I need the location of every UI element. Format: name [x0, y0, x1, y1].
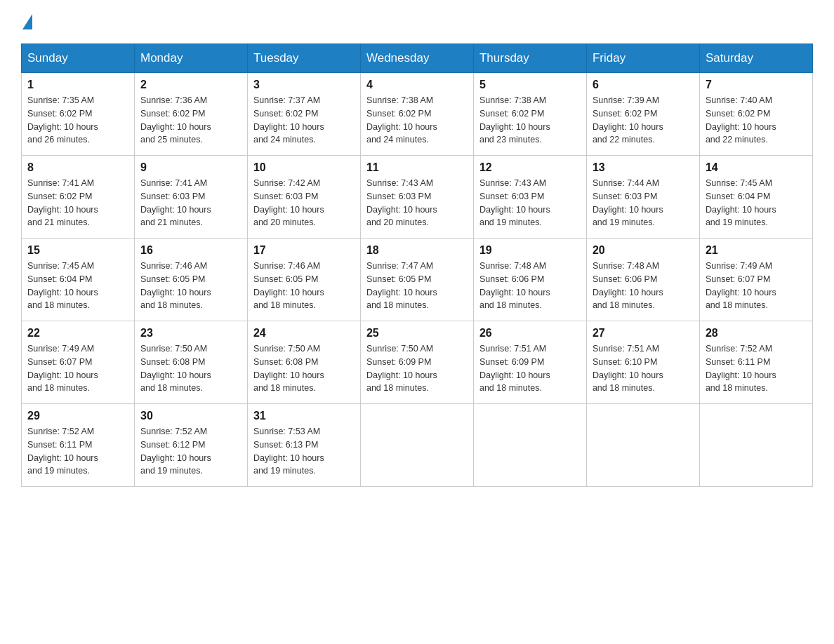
day-number: 28	[706, 327, 807, 340]
calendar-cell: 9Sunrise: 7:41 AMSunset: 6:03 PMDaylight…	[134, 156, 247, 239]
day-info: Sunrise: 7:40 AMSunset: 6:02 PMDaylight:…	[706, 94, 807, 147]
day-number: 29	[27, 410, 128, 422]
day-info: Sunrise: 7:46 AMSunset: 6:05 PMDaylight:…	[253, 260, 355, 312]
day-number: 16	[140, 244, 241, 257]
day-info: Sunrise: 7:51 AMSunset: 6:09 PMDaylight:…	[479, 342, 581, 395]
calendar-cell: 16Sunrise: 7:46 AMSunset: 6:05 PMDayligh…	[134, 239, 247, 321]
calendar-cell: 8Sunrise: 7:41 AMSunset: 6:02 PMDaylight…	[22, 156, 135, 239]
day-info: Sunrise: 7:45 AMSunset: 6:04 PMDaylight:…	[27, 260, 128, 312]
day-number: 5	[479, 79, 581, 91]
day-number: 1	[27, 79, 128, 91]
day-info: Sunrise: 7:39 AMSunset: 6:02 PMDaylight:…	[593, 94, 694, 147]
day-number: 26	[479, 327, 581, 340]
day-info: Sunrise: 7:43 AMSunset: 6:03 PMDaylight:…	[479, 177, 581, 229]
calendar-cell: 31Sunrise: 7:53 AMSunset: 6:13 PMDayligh…	[247, 404, 360, 487]
page-header	[21, 14, 813, 29]
calendar-cell: 28Sunrise: 7:52 AMSunset: 6:11 PMDayligh…	[699, 321, 812, 404]
calendar-cell: 20Sunrise: 7:48 AMSunset: 6:06 PMDayligh…	[586, 239, 699, 321]
calendar-week-row: 29Sunrise: 7:52 AMSunset: 6:11 PMDayligh…	[22, 404, 813, 487]
day-info: Sunrise: 7:41 AMSunset: 6:03 PMDaylight:…	[140, 177, 241, 229]
calendar-cell: 19Sunrise: 7:48 AMSunset: 6:06 PMDayligh…	[473, 239, 586, 321]
calendar-cell: 2Sunrise: 7:36 AMSunset: 6:02 PMDaylight…	[134, 73, 247, 156]
calendar-cell: 24Sunrise: 7:50 AMSunset: 6:08 PMDayligh…	[247, 321, 360, 404]
calendar-cell: 11Sunrise: 7:43 AMSunset: 6:03 PMDayligh…	[360, 156, 473, 239]
logo	[21, 14, 35, 29]
day-number: 27	[593, 327, 694, 340]
calendar-week-row: 22Sunrise: 7:49 AMSunset: 6:07 PMDayligh…	[22, 321, 813, 404]
calendar-cell	[360, 404, 473, 487]
day-info: Sunrise: 7:48 AMSunset: 6:06 PMDaylight:…	[593, 260, 694, 312]
day-number: 13	[593, 161, 694, 174]
day-number: 11	[366, 161, 468, 174]
calendar-cell: 29Sunrise: 7:52 AMSunset: 6:11 PMDayligh…	[22, 404, 135, 487]
day-number: 30	[140, 410, 241, 422]
calendar-cell: 3Sunrise: 7:37 AMSunset: 6:02 PMDaylight…	[247, 73, 360, 156]
calendar-cell: 18Sunrise: 7:47 AMSunset: 6:05 PMDayligh…	[360, 239, 473, 321]
calendar-table: SundayMondayTuesdayWednesdayThursdayFrid…	[21, 43, 813, 487]
day-number: 24	[253, 327, 355, 340]
day-info: Sunrise: 7:51 AMSunset: 6:10 PMDaylight:…	[593, 342, 694, 395]
day-number: 8	[27, 161, 128, 174]
calendar-cell: 25Sunrise: 7:50 AMSunset: 6:09 PMDayligh…	[360, 321, 473, 404]
weekday-header-tuesday: Tuesday	[247, 44, 360, 73]
calendar-cell: 30Sunrise: 7:52 AMSunset: 6:12 PMDayligh…	[134, 404, 247, 487]
day-info: Sunrise: 7:38 AMSunset: 6:02 PMDaylight:…	[366, 94, 468, 147]
day-number: 12	[479, 161, 581, 174]
calendar-cell: 14Sunrise: 7:45 AMSunset: 6:04 PMDayligh…	[699, 156, 812, 239]
day-number: 20	[593, 244, 694, 257]
day-number: 17	[253, 244, 355, 257]
calendar-cell: 12Sunrise: 7:43 AMSunset: 6:03 PMDayligh…	[473, 156, 586, 239]
day-info: Sunrise: 7:49 AMSunset: 6:07 PMDaylight:…	[706, 260, 807, 312]
weekday-header-thursday: Thursday	[473, 44, 586, 73]
weekday-header-monday: Monday	[134, 44, 247, 73]
calendar-cell: 27Sunrise: 7:51 AMSunset: 6:10 PMDayligh…	[586, 321, 699, 404]
day-info: Sunrise: 7:48 AMSunset: 6:06 PMDaylight:…	[479, 260, 581, 312]
calendar-cell: 23Sunrise: 7:50 AMSunset: 6:08 PMDayligh…	[134, 321, 247, 404]
day-number: 21	[706, 244, 807, 257]
day-info: Sunrise: 7:47 AMSunset: 6:05 PMDaylight:…	[366, 260, 468, 312]
weekday-header-sunday: Sunday	[22, 44, 135, 73]
day-info: Sunrise: 7:36 AMSunset: 6:02 PMDaylight:…	[140, 94, 241, 147]
day-info: Sunrise: 7:52 AMSunset: 6:12 PMDaylight:…	[140, 425, 241, 478]
day-info: Sunrise: 7:52 AMSunset: 6:11 PMDaylight:…	[27, 425, 128, 478]
day-number: 22	[27, 327, 128, 340]
day-info: Sunrise: 7:37 AMSunset: 6:02 PMDaylight:…	[253, 94, 355, 147]
day-number: 25	[366, 327, 468, 340]
day-info: Sunrise: 7:45 AMSunset: 6:04 PMDaylight:…	[706, 177, 807, 229]
calendar-cell	[699, 404, 812, 487]
day-info: Sunrise: 7:52 AMSunset: 6:11 PMDaylight:…	[706, 342, 807, 395]
day-info: Sunrise: 7:41 AMSunset: 6:02 PMDaylight:…	[27, 177, 128, 229]
day-number: 9	[140, 161, 241, 174]
day-info: Sunrise: 7:46 AMSunset: 6:05 PMDaylight:…	[140, 260, 241, 312]
day-info: Sunrise: 7:44 AMSunset: 6:03 PMDaylight:…	[593, 177, 694, 229]
calendar-cell: 6Sunrise: 7:39 AMSunset: 6:02 PMDaylight…	[586, 73, 699, 156]
calendar-cell: 26Sunrise: 7:51 AMSunset: 6:09 PMDayligh…	[473, 321, 586, 404]
logo-text	[21, 14, 35, 29]
calendar-cell	[586, 404, 699, 487]
day-info: Sunrise: 7:50 AMSunset: 6:08 PMDaylight:…	[253, 342, 355, 395]
logo-triangle-icon	[22, 14, 32, 29]
calendar-cell: 7Sunrise: 7:40 AMSunset: 6:02 PMDaylight…	[699, 73, 812, 156]
day-number: 3	[253, 79, 355, 91]
day-number: 23	[140, 327, 241, 340]
day-info: Sunrise: 7:35 AMSunset: 6:02 PMDaylight:…	[27, 94, 128, 147]
calendar-cell: 10Sunrise: 7:42 AMSunset: 6:03 PMDayligh…	[247, 156, 360, 239]
calendar-week-row: 15Sunrise: 7:45 AMSunset: 6:04 PMDayligh…	[22, 239, 813, 321]
day-info: Sunrise: 7:43 AMSunset: 6:03 PMDaylight:…	[366, 177, 468, 229]
calendar-cell: 4Sunrise: 7:38 AMSunset: 6:02 PMDaylight…	[360, 73, 473, 156]
weekday-header-row: SundayMondayTuesdayWednesdayThursdayFrid…	[22, 44, 813, 73]
day-info: Sunrise: 7:49 AMSunset: 6:07 PMDaylight:…	[27, 342, 128, 395]
calendar-cell: 17Sunrise: 7:46 AMSunset: 6:05 PMDayligh…	[247, 239, 360, 321]
day-info: Sunrise: 7:38 AMSunset: 6:02 PMDaylight:…	[479, 94, 581, 147]
day-number: 6	[593, 79, 694, 91]
day-info: Sunrise: 7:50 AMSunset: 6:08 PMDaylight:…	[140, 342, 241, 395]
calendar-cell: 13Sunrise: 7:44 AMSunset: 6:03 PMDayligh…	[586, 156, 699, 239]
calendar-cell: 21Sunrise: 7:49 AMSunset: 6:07 PMDayligh…	[699, 239, 812, 321]
day-number: 15	[27, 244, 128, 257]
weekday-header-friday: Friday	[586, 44, 699, 73]
calendar-week-row: 1Sunrise: 7:35 AMSunset: 6:02 PMDaylight…	[22, 73, 813, 156]
day-number: 4	[366, 79, 468, 91]
day-number: 7	[706, 79, 807, 91]
calendar-cell: 1Sunrise: 7:35 AMSunset: 6:02 PMDaylight…	[22, 73, 135, 156]
day-number: 19	[479, 244, 581, 257]
